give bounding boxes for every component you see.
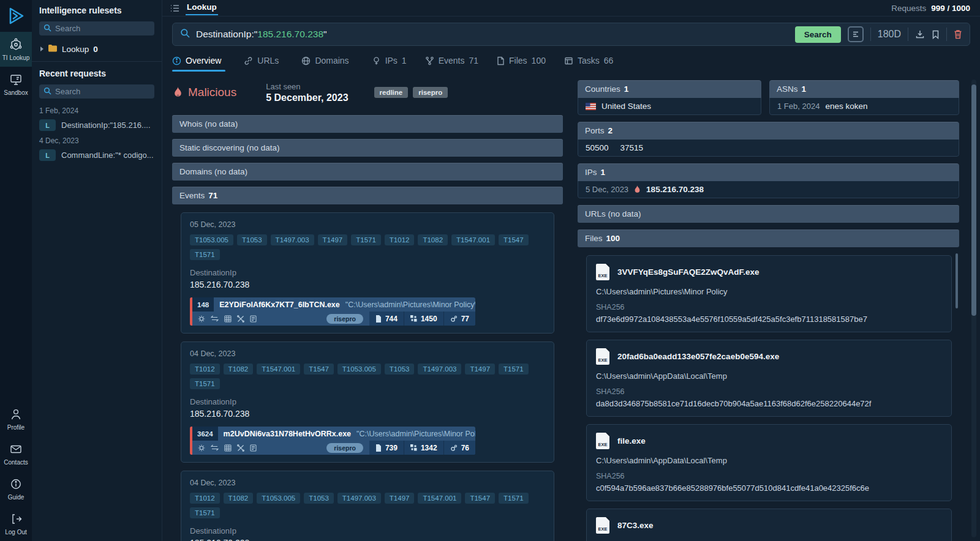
tcode-badge[interactable]: T1571 xyxy=(499,493,529,504)
events-header[interactable]: Events 71 xyxy=(172,187,563,204)
task-bar[interactable]: 148 E2YDiFolAf6Kx7KT7_6IbTCN.exe "C:\Use… xyxy=(190,297,475,326)
task-bar[interactable]: 3624 m2UvDNi6va31N78HetHvORRx.exe "C:\Us… xyxy=(190,427,475,455)
tcode-badge[interactable]: T1547.001 xyxy=(451,234,495,245)
rulesets-search-input[interactable] xyxy=(55,24,150,33)
countries-header[interactable]: Countries 1 xyxy=(578,80,761,98)
hash-label: SHA256 xyxy=(596,303,942,312)
tcode-badge[interactable]: T1571 xyxy=(190,378,220,389)
tab-events[interactable]: Events71 xyxy=(425,56,478,72)
tcode-badge[interactable]: T1012 xyxy=(190,364,220,375)
mitre-tcodes: T1012 T1082 T1547.001 T1547 T1053.005 T1… xyxy=(190,364,545,389)
query-text[interactable]: DestinationIp:"185.216.70.238" xyxy=(196,29,327,40)
tab-ips[interactable]: IPs1 xyxy=(372,56,407,72)
event-card[interactable]: 04 Dec, 2023 T1012 T1082 T1053.005 T1053… xyxy=(181,471,554,541)
tcode-badge[interactable]: T1053.005 xyxy=(337,364,381,375)
query-templates-button[interactable] xyxy=(848,26,864,42)
tcode-badge[interactable]: T1547 xyxy=(465,493,495,504)
tcode-badge[interactable]: T1571 xyxy=(190,249,220,260)
event-card[interactable]: 04 Dec, 2023 T1012 T1082 T1547.001 T1547… xyxy=(181,341,554,463)
tab-files[interactable]: Files100 xyxy=(497,56,546,72)
caret-right-icon[interactable] xyxy=(40,47,43,51)
tcode-badge[interactable]: T1497.003 xyxy=(271,234,314,245)
recent-request-item[interactable]: L CommandLine:"* codigo... xyxy=(39,149,154,161)
tcode-badge[interactable]: T1053.005 xyxy=(257,493,300,504)
trash-icon[interactable] xyxy=(954,29,962,39)
asns-header[interactable]: ASNs 1 xyxy=(769,80,959,98)
section-domains[interactable]: Domains (no data) xyxy=(172,163,563,181)
search-button[interactable]: Search xyxy=(795,26,841,43)
tcode-badge[interactable]: T1547 xyxy=(304,364,334,375)
period-selector[interactable]: 180D xyxy=(878,29,901,40)
tcode-badge[interactable]: T1497 xyxy=(465,364,495,375)
file-card[interactable]: EXE 3VVFYqEs8gSuFAQE2ZwQvAdF.exe C:\User… xyxy=(586,255,952,332)
tcode-badge[interactable]: T1497.003 xyxy=(337,493,381,504)
file-card[interactable]: EXE 20fad6ba0eadd133e057fe2caeb0e594.exe… xyxy=(586,340,952,417)
tab-lookup[interactable]: Lookup xyxy=(186,1,218,15)
tcode-badge[interactable]: T1571 xyxy=(190,507,220,518)
tcode-badge[interactable]: T1012 xyxy=(190,493,220,504)
tcode-badge[interactable]: T1012 xyxy=(385,234,415,245)
section-whois[interactable]: Whois (no data) xyxy=(172,115,563,133)
countries-body[interactable]: United States xyxy=(578,98,761,115)
tcode-badge[interactable]: T1053 xyxy=(237,234,267,245)
tab-overview[interactable]: Overview xyxy=(172,56,225,72)
tcode-badge[interactable]: T1571 xyxy=(351,234,381,245)
tcode-badge[interactable]: T1082 xyxy=(224,364,254,375)
tcode-badge[interactable]: T1497.003 xyxy=(418,364,461,375)
tcode-badge[interactable]: T1053 xyxy=(385,364,415,375)
tcode-badge[interactable]: T1053.005 xyxy=(190,234,233,245)
asns-body[interactable]: 1 Feb, 2024 enes koken xyxy=(769,98,959,115)
tag-risepro[interactable]: risepro xyxy=(413,87,448,98)
tcode-badge[interactable]: T1571 xyxy=(499,364,529,375)
page-scrollbar-thumb[interactable] xyxy=(971,84,976,316)
query-value: 185.216.70.238 xyxy=(257,29,323,39)
file-card[interactable]: EXE 87C3.exe C:\Users\admin\AppData\Loca… xyxy=(586,509,952,541)
tcode-badge[interactable]: T1082 xyxy=(224,493,254,504)
files-header[interactable]: Files 100 xyxy=(578,229,959,247)
nav-item-logout[interactable]: Log Out xyxy=(0,506,32,541)
tcode-badge[interactable]: T1497 xyxy=(318,234,348,245)
tcode-badge[interactable]: T1053 xyxy=(304,493,334,504)
ips-body[interactable]: 5 Dec, 2023 185.216.70.238 xyxy=(578,181,959,198)
ips-header[interactable]: IPs 1 xyxy=(578,163,959,181)
rulesets-title: Intelligence rulesets xyxy=(39,6,154,15)
recent-search[interactable] xyxy=(39,84,154,99)
nav-item-profile[interactable]: Profile xyxy=(0,401,32,436)
tcode-badge[interactable]: T1547.001 xyxy=(257,364,300,375)
tab-count: 66 xyxy=(604,56,614,65)
nav-item-ti-lookup[interactable]: TI Lookup xyxy=(0,32,32,67)
rulesets-search[interactable] xyxy=(39,21,154,35)
nav-item-guide[interactable]: Guide xyxy=(0,471,32,506)
anyrun-logo[interactable] xyxy=(0,0,32,32)
ports-count: 2 xyxy=(608,126,613,135)
tag-redline[interactable]: redline xyxy=(374,87,409,98)
tcode-badge[interactable]: T1547 xyxy=(499,234,529,245)
lookup-list-icon[interactable] xyxy=(170,4,179,12)
files-scrollbar-thumb[interactable] xyxy=(956,253,958,308)
tcode-badge[interactable]: T1082 xyxy=(418,234,448,245)
tab-count: 71 xyxy=(469,56,478,65)
recent-search-input[interactable] xyxy=(55,87,150,96)
download-icon[interactable] xyxy=(915,29,925,39)
tab-urls[interactable]: URLs xyxy=(244,56,283,72)
page-scrollbar[interactable] xyxy=(971,80,976,537)
section-urls[interactable]: URLs (no data) xyxy=(578,205,959,223)
bookmark-icon[interactable] xyxy=(932,30,940,39)
ports-body[interactable]: 50500 37515 xyxy=(578,140,959,157)
recent-request-item[interactable]: L DestinationIp:"185.216.... xyxy=(39,119,154,131)
query-input[interactable]: DestinationIp:"185.216.70.238" Search 18… xyxy=(172,23,970,46)
connections-count-stat: 77 xyxy=(443,312,475,326)
folder-lookup[interactable]: Lookup 0 xyxy=(39,43,154,61)
file-card[interactable]: EXE file.exe C:\Users\admin\AppData\Loca… xyxy=(586,424,952,501)
malware-tag-pill[interactable]: risepro xyxy=(326,443,363,453)
nav-item-sandbox[interactable]: Sandbox xyxy=(0,67,32,102)
nav-item-contacts[interactable]: Contacts xyxy=(0,436,32,471)
tcode-badge[interactable]: T1497 xyxy=(385,493,415,504)
event-card[interactable]: 05 Dec, 2023 T1053.005 T1053 T1497.003 T… xyxy=(181,212,554,334)
ports-header[interactable]: Ports 2 xyxy=(578,122,959,140)
tab-domains[interactable]: Domains xyxy=(301,56,353,72)
tab-tasks[interactable]: Tasks66 xyxy=(564,56,613,72)
section-static-discovering[interactable]: Static discovering (no data) xyxy=(172,139,563,157)
malware-tag-pill[interactable]: risepro xyxy=(326,314,363,324)
tcode-badge[interactable]: T1547.001 xyxy=(418,493,461,504)
